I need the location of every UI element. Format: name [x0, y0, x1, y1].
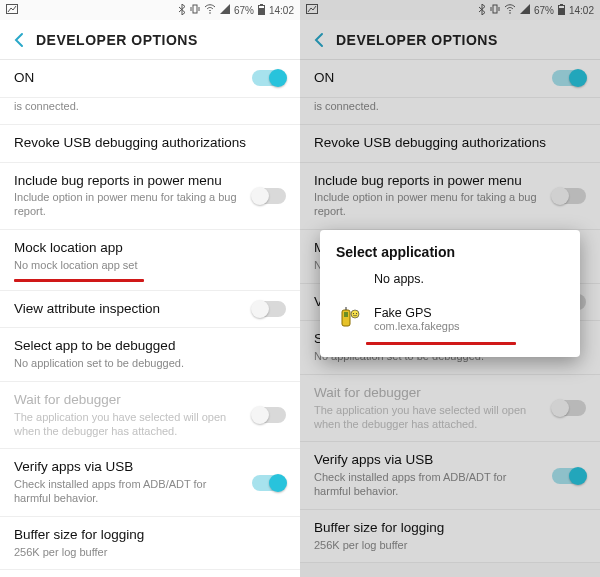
dialog-item-name: Fake GPS	[374, 306, 460, 320]
row-select-debug-app[interactable]: Select app to be debugged No application…	[0, 328, 300, 382]
page-title: DEVELOPER OPTIONS	[336, 32, 498, 48]
svg-rect-1	[193, 5, 197, 13]
battery-percent: 67%	[534, 5, 554, 16]
bluetooth-icon	[178, 4, 186, 17]
row-connected-fragment: is connected.	[0, 98, 300, 125]
on-label: ON	[14, 70, 244, 87]
svg-rect-7	[259, 8, 264, 14]
bugreport-toggle[interactable]	[252, 188, 286, 204]
battery-icon	[558, 4, 565, 17]
picture-icon	[6, 4, 18, 16]
viewattr-toggle[interactable]	[252, 301, 286, 317]
mock-title: Mock location app	[14, 240, 278, 257]
highlight-underline	[366, 342, 516, 345]
bufsize-title: Buffer size for logging	[314, 520, 578, 537]
svg-rect-6	[260, 4, 263, 6]
bugreport-sub: Include option in power menu for taking …	[14, 191, 244, 219]
picture-icon	[306, 4, 318, 16]
master-toggle	[552, 70, 586, 86]
bufsize-sub: 256K per log buffer	[14, 546, 278, 560]
row-mock-location[interactable]: Mock location app No mock location app s…	[0, 230, 300, 277]
wifi-icon	[204, 4, 216, 16]
clock: 14:02	[569, 5, 594, 16]
waitdbg-toggle	[252, 407, 286, 423]
title-bar: DEVELOPER OPTIONS	[0, 20, 300, 60]
verifyusb-sub: Check installed apps from ADB/ADT for ha…	[314, 471, 544, 499]
developer-options-screen-right: 67% 14:02 DEVELOPER OPTIONS ON is connec…	[300, 0, 600, 577]
svg-rect-14	[560, 4, 563, 6]
row-master-toggle[interactable]: ON	[0, 60, 300, 98]
title-bar: DEVELOPER OPTIONS	[300, 20, 600, 60]
fakegps-app-icon	[336, 306, 362, 332]
settings-list[interactable]: ON is connected. Revoke USB debugging au…	[0, 60, 300, 570]
row-verify-usb[interactable]: Verify apps via USB Check installed apps…	[0, 449, 300, 516]
bufsize-sub: 256K per log buffer	[314, 539, 578, 553]
verifyusb-toggle	[552, 468, 586, 484]
clock: 14:02	[269, 5, 294, 16]
row-master-toggle: ON	[300, 60, 600, 98]
svg-point-19	[351, 310, 359, 318]
svg-rect-15	[559, 8, 564, 14]
bluetooth-icon	[478, 4, 486, 17]
dialog-item-package: com.lexa.fakegps	[374, 320, 460, 332]
row-connected-fragment: is connected.	[300, 98, 600, 125]
svg-point-12	[509, 12, 511, 14]
row-revoke-usb[interactable]: Revoke USB debugging authorizations	[0, 125, 300, 163]
master-toggle[interactable]	[252, 70, 286, 86]
bufsize-title: Buffer size for logging	[14, 527, 278, 544]
svg-point-20	[353, 313, 354, 314]
back-icon[interactable]	[310, 31, 328, 49]
row-wait-debugger: Wait for debugger The application you ha…	[0, 382, 300, 449]
revoke-title: Revoke USB debugging authorizations	[14, 135, 278, 152]
dialog-title: Select application	[320, 230, 580, 270]
signal-icon	[520, 4, 530, 16]
row-bug-reports[interactable]: Include bug reports in power menu Includ…	[0, 163, 300, 230]
row-view-attribute[interactable]: View attribute inspection	[0, 290, 300, 329]
battery-percent: 67%	[234, 5, 254, 16]
row-buffer-size[interactable]: Buffer size for logging 256K per log buf…	[0, 517, 300, 571]
bugreport-toggle	[552, 188, 586, 204]
waitdbg-toggle	[552, 400, 586, 416]
bugreport-title: Include bug reports in power menu	[14, 173, 244, 190]
mock-sub: No mock location app set	[14, 259, 278, 273]
connected-sub: is connected.	[14, 100, 278, 114]
vibrate-icon	[490, 4, 500, 16]
svg-point-21	[356, 313, 357, 314]
dialog-no-apps[interactable]: No apps.	[320, 270, 580, 298]
vibrate-icon	[190, 4, 200, 16]
svg-point-4	[209, 12, 211, 14]
viewattr-title: View attribute inspection	[14, 301, 244, 318]
developer-options-screen-left: 67% 14:02 DEVELOPER OPTIONS ON is connec…	[0, 0, 300, 577]
waitdbg-sub: The application you have selected will o…	[314, 404, 544, 432]
dialog-item-fakegps[interactable]: Fake GPS com.lexa.fakegps	[320, 298, 580, 340]
highlight-underline	[14, 279, 144, 282]
waitdbg-title: Wait for debugger	[314, 385, 544, 402]
svg-rect-9	[493, 5, 497, 13]
row-wait-debugger: Wait for debugger The application you ha…	[300, 375, 600, 442]
wifi-icon	[504, 4, 516, 16]
signal-icon	[220, 4, 230, 16]
connected-sub: is connected.	[314, 100, 578, 114]
row-verify-usb: Verify apps via USB Check installed apps…	[300, 442, 600, 509]
svg-rect-17	[344, 312, 348, 317]
verifyusb-toggle[interactable]	[252, 475, 286, 491]
waitdbg-title: Wait for debugger	[14, 392, 244, 409]
status-bar: 67% 14:02	[300, 0, 600, 20]
battery-icon	[258, 4, 265, 17]
bugreport-sub: Include option in power menu for taking …	[314, 191, 544, 219]
revoke-title: Revoke USB debugging authorizations	[314, 135, 578, 152]
row-revoke-usb: Revoke USB debugging authorizations	[300, 125, 600, 163]
row-bug-reports: Include bug reports in power menu Includ…	[300, 163, 600, 230]
waitdbg-sub: The application you have selected will o…	[14, 411, 244, 439]
verifyusb-title: Verify apps via USB	[14, 459, 244, 476]
selectdbg-sub: No application set to be debugged.	[14, 357, 278, 371]
status-bar: 67% 14:02	[0, 0, 300, 20]
verifyusb-sub: Check installed apps from ADB/ADT for ha…	[14, 478, 244, 506]
select-application-dialog[interactable]: Select application No apps. Fake GPS com	[320, 230, 580, 357]
back-icon[interactable]	[10, 31, 28, 49]
page-title: DEVELOPER OPTIONS	[36, 32, 198, 48]
verifyusb-title: Verify apps via USB	[314, 452, 544, 469]
row-buffer-size: Buffer size for logging 256K per log buf…	[300, 510, 600, 564]
selectdbg-title: Select app to be debugged	[14, 338, 278, 355]
bugreport-title: Include bug reports in power menu	[314, 173, 544, 190]
